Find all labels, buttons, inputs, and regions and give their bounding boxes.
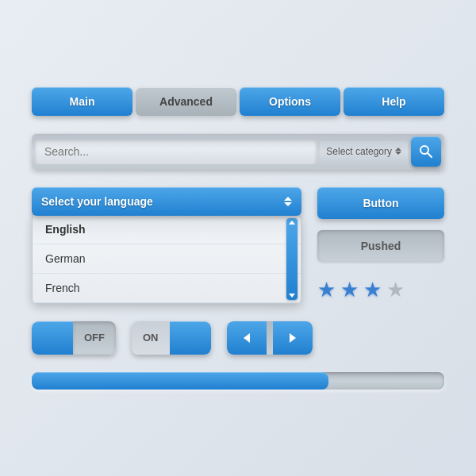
dropdown-scrollbar[interactable] (286, 218, 298, 300)
tab-help[interactable]: Help (344, 87, 444, 116)
language-dropdown-trigger[interactable]: Select your language (32, 187, 301, 216)
dropdown-arrow-down-icon (284, 202, 292, 206)
category-label: Select category (326, 146, 392, 157)
list-item[interactable]: English (33, 215, 301, 244)
main-container: Main Advanced Options Help Select catego… (32, 87, 444, 390)
dropdown-list: English German French (32, 214, 301, 304)
stars-row: ★ ★ ★ ★ (317, 278, 444, 302)
progress-fill (32, 372, 328, 390)
svg-marker-3 (290, 333, 296, 343)
scrollbar-down-icon (289, 294, 295, 298)
star-2[interactable]: ★ (340, 278, 359, 302)
svg-line-1 (428, 153, 432, 157)
tab-advanced[interactable]: Advanced (136, 87, 236, 116)
tab-nav: Main Advanced Options Help (32, 87, 444, 116)
search-input[interactable] (35, 139, 317, 164)
star-4[interactable]: ★ (386, 278, 405, 302)
category-arrow-down-icon (395, 152, 401, 155)
search-bar: Select category (32, 133, 444, 170)
svg-marker-2 (244, 333, 250, 343)
dropdown-arrow-up-icon (284, 197, 292, 201)
list-item[interactable]: German (33, 244, 301, 274)
star-1[interactable]: ★ (317, 278, 336, 302)
tab-main[interactable]: Main (32, 87, 132, 116)
toggle-on-label: ON (132, 321, 170, 355)
arrow-left-button[interactable] (227, 321, 267, 355)
arrow-right-button[interactable] (273, 321, 313, 355)
toggle-off-label: OFF (73, 321, 116, 355)
arrow-right-icon (288, 332, 298, 344)
arrow-nav (227, 321, 313, 355)
blue-button[interactable]: Button (317, 187, 444, 219)
search-category-dropdown[interactable]: Select category (320, 141, 408, 162)
list-item[interactable]: French (33, 274, 301, 303)
star-3[interactable]: ★ (363, 278, 382, 302)
toggles-row: OFF ON (32, 321, 444, 355)
category-arrows (395, 148, 401, 155)
toggle-on-active-side (170, 321, 211, 355)
toggle-off-active-side (32, 321, 73, 355)
right-buttons: Button Pushed ★ ★ ★ ★ (317, 187, 444, 302)
tab-options[interactable]: Options (240, 87, 340, 116)
dropdown-arrows (284, 197, 292, 206)
language-dropdown-label: Select your language (41, 195, 153, 208)
arrow-left-icon (242, 332, 251, 344)
arrow-nav-divider (267, 321, 273, 355)
pushed-button[interactable]: Pushed (317, 230, 444, 262)
toggle-off-switch[interactable]: OFF (32, 321, 116, 355)
category-arrow-up-icon (395, 148, 401, 151)
scrollbar-up-icon (289, 221, 295, 225)
search-button[interactable] (411, 136, 441, 167)
dropdown-section: Select your language English German Fren… (32, 187, 301, 304)
toggle-on-switch[interactable]: ON (132, 321, 211, 355)
dropdown-buttons-row: Select your language English German Fren… (32, 187, 444, 304)
progress-bar[interactable] (32, 372, 444, 390)
search-icon (419, 144, 433, 159)
